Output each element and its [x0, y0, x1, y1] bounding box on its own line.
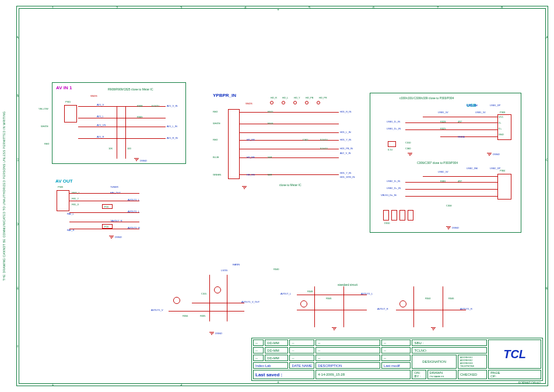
lbl-p304: P304 [500, 169, 505, 172]
gnd-icon [109, 236, 114, 239]
o-hdy: HD1_Y_IN [340, 138, 351, 141]
wire [423, 117, 497, 117]
lbl-d308: 0.1U [388, 148, 392, 151]
tb-address: ADDRESS1ADDRESS2ADDRESS3TELEPHONE [458, 355, 487, 369]
side-copyright-text: THE DRAWING CANNOT BE COMMUNICATED TO UN… [2, 111, 6, 281]
r048: R048 [307, 290, 313, 293]
wire [405, 196, 497, 197]
zone-bot-1: 1 [52, 383, 54, 386]
wire [440, 136, 497, 137]
wire [443, 286, 443, 327]
center-mark-top: + [277, 8, 279, 12]
r328: R328 [440, 120, 446, 123]
tb-date2: DD-MM [265, 347, 288, 354]
tuner: TUNER [110, 186, 118, 188]
wire [192, 303, 244, 303]
wire [78, 127, 166, 127]
hdpb: HD_PB [306, 96, 313, 99]
r915: R915 [268, 110, 274, 113]
gnd-icon [134, 158, 139, 161]
pad [293, 101, 297, 104]
c358: C358 [446, 204, 452, 207]
q4 [399, 300, 406, 307]
r050: R046 [326, 297, 332, 300]
conn-p909 [57, 190, 69, 211]
d+: D+ [499, 127, 502, 130]
c-blue: BLUE [213, 156, 219, 159]
gnd-icon [332, 327, 336, 330]
block-usb: c330/c331/C338/c339 close to P303/P304 U… [370, 93, 521, 233]
center-mark-bot: + [277, 380, 279, 384]
r044: R044 [425, 297, 431, 300]
zone-top-1: 1 [52, 6, 54, 9]
tb-lastsaved-lbl: Last saved : [253, 370, 314, 379]
d17b [391, 210, 397, 220]
r040: R040 [274, 268, 279, 271]
block-av-out: AV OUT P909 GND_1 FB1_2 FB1_3 TUNER FAV_… [52, 178, 169, 243]
av-in-note: R908/R909/C825 close to Mstar IC [108, 88, 153, 91]
tb-designation: DESIGNATION [412, 355, 457, 369]
hdy: HD_Y [294, 96, 300, 99]
block-av-in-1: AV IN 1 R908/R909/C825 close to Mstar IC… [52, 82, 186, 164]
wire [343, 286, 344, 327]
tb-indexlab: Index-Lab [253, 362, 288, 369]
drawing-sheet: 1 2 3 4 5 6 7 8 1 3 A B C D E F A C E + … [16, 6, 548, 386]
usb2-5v: USB2_5V [438, 170, 448, 173]
tb-lastsaved-val: 4-14-2009_15:28 [315, 370, 411, 379]
c22u: C360 [405, 147, 411, 150]
hdr: HD_R [271, 96, 277, 99]
out-av1v: AV1_V_IN [167, 104, 177, 107]
q3 [300, 300, 307, 307]
avout1v-in: AVOUT1_V [151, 309, 163, 312]
zone-top-2: 2 [116, 6, 118, 9]
hdrr: HD_RR [247, 138, 255, 141]
tb-date1: DD-MM [265, 340, 288, 346]
gnd-icon [408, 153, 412, 156]
earin: EARIN [233, 263, 240, 266]
avoutl-in: AVOUT_L [280, 292, 291, 295]
c-green: GREEN [213, 173, 221, 176]
r56: 56R [268, 156, 272, 159]
wire [69, 229, 139, 229]
lsog: LSOG [221, 269, 227, 272]
gnd-icon [242, 186, 247, 189]
usb-note2: C306/C307 close to P303/P304 [417, 161, 458, 164]
r4r7b: 4R7 [458, 180, 462, 183]
cap047b: 0.047U [320, 138, 328, 141]
c-red2: RED [213, 138, 218, 141]
gnd-icon [446, 226, 451, 229]
wire [125, 106, 126, 159]
pad [317, 101, 320, 104]
d17c [399, 210, 405, 220]
wire [117, 106, 117, 159]
fb13: FB1_3 [72, 203, 79, 206]
conn-p901 [64, 105, 77, 123]
wire [297, 295, 367, 295]
wire [209, 275, 210, 321]
lbl-d17: D310 [384, 222, 390, 225]
zone-left-e: E [16, 286, 19, 290]
wire [78, 138, 166, 139]
r916: R916 [268, 122, 274, 125]
zone-top-5: 5 [308, 6, 310, 9]
wire [314, 286, 315, 327]
pad [270, 101, 274, 104]
zone-top-4: 4 [244, 6, 246, 9]
tb-onname: ON NAME FS [430, 375, 444, 378]
hdl: HD_L [282, 96, 288, 99]
zone-left-c: C [16, 158, 19, 162]
wire [240, 124, 339, 124]
tb-lastmodif: Last modif [381, 362, 411, 369]
conn-p411 [228, 109, 240, 179]
usb1dm-in: USB1_D-_IN [387, 120, 400, 123]
wire [405, 130, 497, 130]
wire [405, 189, 497, 190]
dgnd2: DGND [115, 236, 122, 239]
lbl-p909: P909 [58, 186, 63, 188]
c342: C342 [303, 138, 308, 141]
block-bottom-amp: AVOUT1_V AVOUT1_V_OUT EARIN LSOG AVOUT_L… [151, 263, 478, 339]
tb-date3: DD-MM [265, 355, 288, 361]
usb2dp-in: USB2_D+_IN [387, 187, 401, 190]
conn-p304 [497, 174, 511, 200]
usb1dp: USB1_DP [490, 104, 500, 107]
